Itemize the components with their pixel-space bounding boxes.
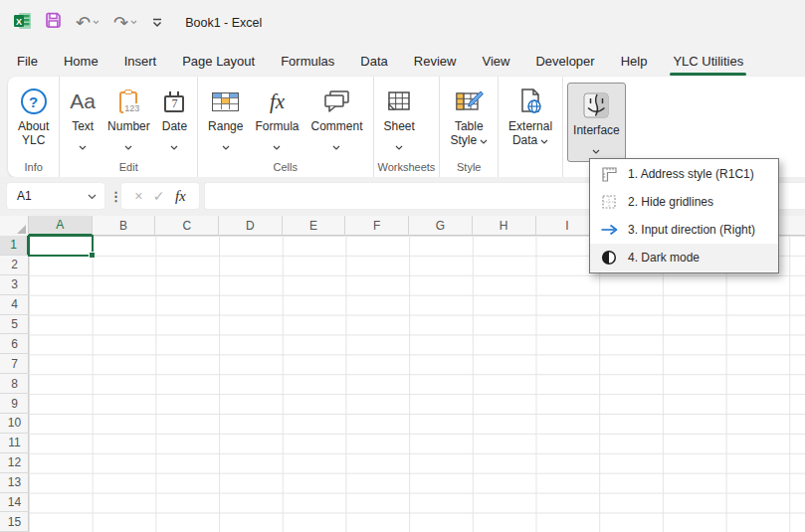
external-data-globe-icon <box>516 84 544 119</box>
row-header[interactable]: 1 <box>0 236 29 256</box>
sheet-button[interactable]: Sheet <box>378 82 421 156</box>
chevron-down-icon <box>79 136 87 154</box>
row-header[interactable]: 6 <box>0 334 29 354</box>
help-question-icon: ? <box>21 89 47 114</box>
ribbon-group-info: ? About YLC Info <box>8 77 59 177</box>
text-aa-icon: Aa <box>70 89 96 113</box>
chevron-down-icon <box>124 136 132 154</box>
tab-file[interactable]: File <box>4 45 51 77</box>
row-header[interactable]: 11 <box>0 434 29 453</box>
menu-item-address-style[interactable]: 1. Address style (R1C1) <box>590 160 778 188</box>
column-header[interactable]: D <box>219 216 283 236</box>
comment-bubble-icon <box>321 84 351 119</box>
chevron-down-icon <box>170 136 178 154</box>
sheet-grid-icon <box>385 84 413 119</box>
column-header[interactable]: B <box>93 216 156 236</box>
arrow-right-icon <box>599 224 619 236</box>
row-header[interactable]: 12 <box>0 453 29 473</box>
ribbon-group-worksheets: Sheet Worksheets <box>373 77 440 177</box>
menu-item-dark-mode[interactable]: 4. Dark mode <box>590 244 778 271</box>
dark-mode-icon <box>599 250 619 266</box>
row-header[interactable]: 5 <box>0 315 29 335</box>
active-cell-a1[interactable] <box>28 235 94 257</box>
external-data-button[interactable]: External Data <box>503 82 558 149</box>
range-button[interactable]: Range <box>202 82 249 156</box>
group-label-worksheets: Worksheets <box>378 159 436 175</box>
customize-quick-access-icon[interactable] <box>151 14 163 32</box>
column-header[interactable]: G <box>409 216 473 236</box>
row-header[interactable]: 10 <box>0 414 29 434</box>
redo-icon: ↷ <box>113 14 128 32</box>
row-header[interactable]: 7 <box>0 354 29 374</box>
interface-button[interactable]: Interface <box>567 83 626 162</box>
column-header[interactable]: H <box>473 216 536 236</box>
row-header[interactable]: 8 <box>0 374 29 394</box>
column-header[interactable]: C <box>155 216 219 236</box>
ribbon-group-cells: Range fx Formula Comment Cells <box>197 77 372 177</box>
ribbon-group-data: External Data <box>498 77 562 177</box>
undo-button[interactable]: ↶ <box>76 14 100 32</box>
group-label-info: Info <box>12 159 55 175</box>
document-title: Book1 - Excel <box>185 16 262 30</box>
tab-review[interactable]: Review <box>401 45 470 77</box>
tab-view[interactable]: View <box>469 45 522 77</box>
undo-menu-chevron-icon[interactable] <box>93 20 100 25</box>
row-header[interactable]: 15 <box>0 512 29 532</box>
insert-function-icon[interactable]: fx <box>175 188 186 205</box>
column-header[interactable]: E <box>283 216 346 236</box>
column-header[interactable]: A <box>29 216 93 236</box>
tab-page-layout[interactable]: Page Layout <box>169 45 268 77</box>
name-box[interactable]: A1 <box>6 182 105 210</box>
fill-handle[interactable] <box>89 252 96 259</box>
excel-logo-icon: X <box>14 13 31 33</box>
interface-finder-face-icon <box>581 88 611 123</box>
about-ylc-button[interactable]: ? About YLC <box>12 82 55 149</box>
name-box-chevron-icon[interactable] <box>88 189 97 203</box>
ribbon-tab-row: File Home Insert Page Layout Formulas Da… <box>0 45 805 77</box>
redo-menu-chevron-icon[interactable] <box>130 20 137 25</box>
quick-access-toolbar: X ↶ ↷ <box>0 12 163 33</box>
undo-icon: ↶ <box>76 14 91 32</box>
redo-button[interactable]: ↷ <box>113 14 137 32</box>
group-label-edit: Edit <box>64 159 193 175</box>
column-header[interactable]: F <box>345 216 409 236</box>
row-header[interactable]: 3 <box>0 275 29 295</box>
text-button[interactable]: Aa Text <box>64 82 101 156</box>
row-header[interactable]: 2 <box>0 256 29 275</box>
number-button[interactable]: 123 Number <box>101 82 156 156</box>
row-header[interactable]: 4 <box>0 295 29 315</box>
date-button[interactable]: 7 Date <box>156 82 193 156</box>
worksheet-grid[interactable] <box>29 236 805 532</box>
tab-home[interactable]: Home <box>51 45 111 77</box>
formula-fx-icon: fx <box>270 89 285 114</box>
tab-data[interactable]: Data <box>347 45 400 77</box>
group-label-style: Style <box>444 159 494 175</box>
row-header[interactable]: 13 <box>0 473 29 493</box>
chevron-down-icon <box>273 136 281 154</box>
select-all-button[interactable] <box>0 216 29 236</box>
tab-help[interactable]: Help <box>608 45 661 77</box>
table-style-button[interactable]: Table Style <box>444 82 494 149</box>
chevron-down-icon <box>332 136 340 154</box>
ribbon-group-style: Table Style Style <box>439 77 498 177</box>
formula-button[interactable]: fx Formula <box>249 82 304 156</box>
tab-developer[interactable]: Developer <box>522 45 607 77</box>
interface-dropdown-menu: 1. Address style (R1C1) 2. Hide gridline… <box>589 158 779 273</box>
chevron-down-icon <box>395 136 403 154</box>
row-header[interactable]: 14 <box>0 493 29 513</box>
tab-insert[interactable]: Insert <box>111 45 170 77</box>
ribbon-group-edit: Aa Text 123 Number 7 Date Edit <box>59 77 197 177</box>
save-icon[interactable] <box>45 12 62 33</box>
menu-item-input-direction[interactable]: 3. Input direction (Right) <box>590 216 778 244</box>
tab-ylc-utilities[interactable]: YLC Utilities <box>660 45 756 77</box>
chevron-down-icon <box>540 133 548 147</box>
row-header[interactable]: 9 <box>0 394 29 414</box>
column-headers: A B C D E F G H I <box>29 216 599 235</box>
menu-item-hide-gridlines[interactable]: 2. Hide gridlines <box>590 188 778 216</box>
enter-check-icon[interactable]: ✓ <box>153 188 165 204</box>
chevron-down-icon <box>480 133 488 147</box>
tab-formulas[interactable]: Formulas <box>268 45 347 77</box>
cancel-icon[interactable]: × <box>134 188 142 204</box>
number-clipboard-icon: 123 <box>119 91 137 113</box>
comment-button[interactable]: Comment <box>304 82 368 156</box>
